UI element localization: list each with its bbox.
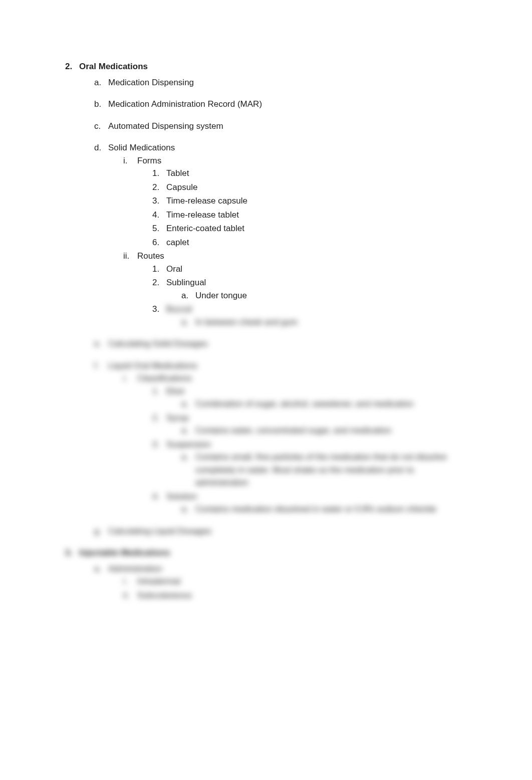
item-text: Administration xyxy=(108,564,162,573)
section-title: Injectable Medications xyxy=(79,548,170,557)
route-1: 1.Oral xyxy=(152,263,467,276)
item-d: d. Solid Medications i. Forms 1.Tablet 2… xyxy=(94,141,467,328)
class-3: 3. Suspension a.Contains small, fine par… xyxy=(152,438,467,489)
item-text: Classifications xyxy=(137,373,192,383)
item-text: Enteric-coated tablet xyxy=(166,224,244,233)
item-text: Elixir xyxy=(166,386,185,396)
item-text: Solution xyxy=(166,492,197,501)
item-3a: a. Administration i.Intradermal ii.Subcu… xyxy=(94,562,467,602)
item-c: c. Automated Dispensing system xyxy=(94,120,467,133)
item-f: f. Liquid Oral Medications i. Classifica… xyxy=(94,359,467,516)
classifications-list: 1. Elixir a.Combination of sugar, alcoho… xyxy=(137,385,467,516)
item-text: Oral xyxy=(166,264,182,274)
section-number: 3. xyxy=(65,546,72,559)
outline-root: 2. Oral Medications a. Medication Dispen… xyxy=(65,60,467,602)
section-2: 2. Oral Medications a. Medication Dispen… xyxy=(65,60,467,537)
item-text: Intradermal xyxy=(137,576,180,586)
item-text: Solid Medications xyxy=(108,143,175,152)
item-text: caplet xyxy=(166,238,189,247)
item-text: Contains small, fine particles of the me… xyxy=(195,452,447,487)
item-text: Combination of sugar, alcohol, sweetener… xyxy=(195,399,414,409)
item-b: b. Medication Administration Record (MAR… xyxy=(94,98,467,111)
section-number: 2. xyxy=(65,60,72,73)
item-e: e. Calculating Solid Dosages xyxy=(94,337,467,350)
item-text: Syrup xyxy=(166,413,188,423)
section-3-items: a. Administration i.Intradermal ii.Subcu… xyxy=(79,562,467,602)
item-text: In between cheek and gum xyxy=(195,317,298,327)
item-text: Contains medication dissolved in water o… xyxy=(195,504,436,514)
item-text: Sublingual xyxy=(166,278,206,287)
routes-list: 1.Oral 2. Sublingual a.Under tongue 3. xyxy=(137,263,467,329)
item-text: Subcutaneous xyxy=(137,591,192,600)
item-text: Automated Dispensing system xyxy=(108,121,223,131)
form-4: 4.Time-release tablet xyxy=(152,209,467,222)
forms-list: 1.Tablet 2.Capsule 3.Time-release capsul… xyxy=(137,167,467,249)
item-d-sub: i. Forms 1.Tablet 2.Capsule 3.Time-relea… xyxy=(108,154,467,329)
form-5: 5.Enteric-coated tablet xyxy=(152,222,467,235)
item-text: Routes xyxy=(137,251,164,261)
item-text: Capsule xyxy=(166,182,197,192)
form-2: 2.Capsule xyxy=(152,181,467,194)
item-text: Time-release tablet xyxy=(166,210,239,220)
class-2: 2. Syrup a.Contains water, concentrated … xyxy=(152,412,467,437)
class-1: 1. Elixir a.Combination of sugar, alcoho… xyxy=(152,385,467,411)
sublingual-sub: a.Under tongue xyxy=(166,289,467,302)
item-text: Calculating Solid Dosages xyxy=(108,339,207,348)
buccal-a: a.In between cheek and gum xyxy=(181,316,467,329)
item-text: Liquid Oral Medications xyxy=(108,361,197,370)
item-a: a. Medication Dispensing xyxy=(94,76,467,89)
item-f-i: i. Classifications 1. Elixir a.Combinati… xyxy=(123,372,467,516)
item-text: Under tongue xyxy=(195,291,247,300)
class-4: 4. Solution a.Contains medication dissol… xyxy=(152,490,467,516)
route-3: 3. Buccal a.In between cheek and gum xyxy=(152,303,467,328)
section-title: Oral Medications xyxy=(79,62,148,71)
item-text: Contains water, concentrated sugar, and … xyxy=(195,426,391,435)
form-6: 6.caplet xyxy=(152,236,467,249)
section-2-items: a. Medication Dispensing b. Medication A… xyxy=(79,76,467,538)
item-text: Time-release capsule xyxy=(166,196,247,206)
form-3: 3.Time-release capsule xyxy=(152,194,467,208)
item-d-ii: ii. Routes 1.Oral 2. Sublingual a.Under … xyxy=(123,250,467,328)
form-1: 1.Tablet xyxy=(152,167,467,180)
item-text: Suspension xyxy=(166,440,211,449)
item-text: Medication Administration Record (MAR) xyxy=(108,99,262,109)
route-2: 2. Sublingual a.Under tongue xyxy=(152,276,467,302)
section-3: 3. Injectable Medications a. Administrat… xyxy=(65,546,467,602)
sublingual-a: a.Under tongue xyxy=(181,289,467,302)
item-text: Medication Dispensing xyxy=(108,78,194,87)
item-text: Forms xyxy=(137,156,161,165)
item-d-i: i. Forms 1.Tablet 2.Capsule 3.Time-relea… xyxy=(123,154,467,249)
item-text: Calculating Liquid Dosages xyxy=(108,526,211,536)
item-text: Buccal xyxy=(166,304,192,314)
item-text: Tablet xyxy=(166,168,189,178)
item-f-sub: i. Classifications 1. Elixir a.Combinati… xyxy=(108,372,467,516)
buccal-sub: a.In between cheek and gum xyxy=(166,316,467,329)
item-g: g. Calculating Liquid Dosages xyxy=(94,525,467,538)
